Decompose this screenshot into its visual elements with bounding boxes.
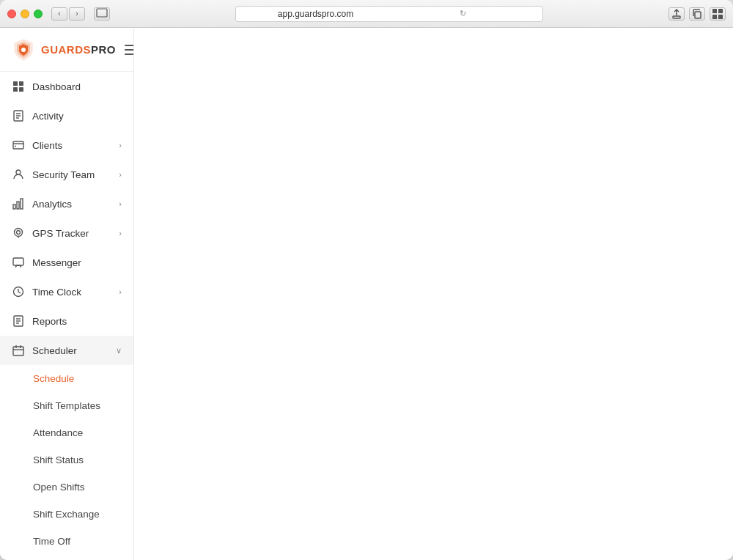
browser-window: ‹ › app.guardspro.com ↻ xyxy=(0,0,733,560)
sidebar-item-scheduler[interactable]: Scheduler ∨ xyxy=(0,336,133,365)
sidebar: GUARDSPRO Dashboar xyxy=(0,28,134,560)
svg-point-17 xyxy=(15,146,16,147)
logo-text: GUARDSPRO xyxy=(41,43,116,56)
maximize-button[interactable] xyxy=(34,10,43,18)
time-clock-chevron-icon: › xyxy=(119,287,122,296)
sidebar-header: GUARDSPRO xyxy=(0,28,133,72)
schedule-label: Schedule xyxy=(33,373,74,384)
title-bar: ‹ › app.guardspro.com ↻ xyxy=(0,0,733,28)
open-shifts-label: Open Shifts xyxy=(33,482,85,493)
scheduler-icon xyxy=(12,344,25,357)
new-tab-button[interactable] xyxy=(94,7,110,21)
sidebar-item-attendance[interactable]: Attendance xyxy=(0,419,133,446)
attendance-label: Attendance xyxy=(33,427,83,438)
scheduler-label: Scheduler xyxy=(32,345,108,356)
sidebar-item-dashboard-label: Dashboard xyxy=(32,81,122,92)
security-team-icon xyxy=(12,168,25,181)
time-off-label: Time Off xyxy=(33,536,70,547)
sidebar-item-payroll[interactable]: Payroll › xyxy=(0,555,133,560)
app-container: GUARDSPRO Dashboar xyxy=(0,28,733,560)
sidebar-item-activity-label: Activity xyxy=(32,111,122,122)
svg-point-18 xyxy=(16,170,21,174)
sidebar-item-shift-templates[interactable]: Shift Templates xyxy=(0,392,133,419)
security-team-chevron-icon: › xyxy=(119,170,122,179)
svg-rect-20 xyxy=(17,202,19,209)
close-button[interactable] xyxy=(7,10,16,18)
shift-status-label: Shift Status xyxy=(33,454,84,465)
sidebar-item-schedule[interactable]: Schedule xyxy=(0,365,133,392)
sidebar-item-open-shifts[interactable]: Open Shifts xyxy=(0,474,133,501)
sidebar-item-shift-status[interactable]: Shift Status xyxy=(0,446,133,474)
sidebar-item-clients[interactable]: Clients › xyxy=(0,130,133,160)
svg-point-22 xyxy=(17,231,21,235)
svg-rect-7 xyxy=(13,81,18,86)
analytics-icon xyxy=(12,197,25,210)
svg-point-6 xyxy=(21,48,26,52)
svg-rect-1 xyxy=(695,12,701,18)
reports-icon xyxy=(12,314,25,328)
nav-buttons: ‹ › xyxy=(51,7,85,21)
url-text: app.guardspro.com xyxy=(242,9,389,19)
gps-chevron-icon: › xyxy=(119,229,122,237)
sidebar-item-security-team-label: Security Team xyxy=(32,169,111,180)
svg-rect-24 xyxy=(13,258,23,265)
sidebar-item-dashboard[interactable]: Dashboard xyxy=(0,72,133,101)
shift-exchange-label: Shift Exchange xyxy=(33,509,100,520)
sidebar-item-shift-exchange[interactable]: Shift Exchange xyxy=(0,501,133,528)
svg-rect-15 xyxy=(13,141,23,149)
clock-icon xyxy=(12,285,25,298)
svg-rect-0 xyxy=(97,9,107,17)
scheduler-section: Scheduler ∨ Schedule Shift Templates Att… xyxy=(0,336,133,555)
back-button[interactable]: ‹ xyxy=(51,7,67,21)
sidebar-item-analytics-label: Analytics xyxy=(32,199,111,210)
gps-icon xyxy=(12,226,25,240)
sidebar-item-gps-tracker[interactable]: GPS Tracker › xyxy=(0,218,133,248)
sidebar-item-messenger[interactable]: Messenger xyxy=(0,248,133,277)
sidebar-item-time-off[interactable]: Time Off xyxy=(0,528,133,555)
sidebar-item-messenger-label: Messenger xyxy=(32,257,122,268)
svg-rect-3 xyxy=(718,9,723,13)
sidebar-item-gps-tracker-label: GPS Tracker xyxy=(32,228,111,239)
grid-icon xyxy=(12,80,25,93)
main-content xyxy=(134,28,733,560)
sidebar-item-time-clock[interactable]: Time Clock › xyxy=(0,277,133,306)
sidebar-item-reports-label: Reports xyxy=(32,316,122,327)
svg-rect-2 xyxy=(712,9,717,13)
messenger-icon xyxy=(12,256,25,269)
address-bar[interactable]: app.guardspro.com ↻ xyxy=(235,6,543,22)
sidebar-item-clients-label: Clients xyxy=(32,140,111,151)
svg-rect-19 xyxy=(13,205,15,209)
sidebar-item-reports[interactable]: Reports xyxy=(0,306,133,336)
activity-icon xyxy=(12,109,25,122)
clients-chevron-icon: › xyxy=(119,141,122,150)
address-bar-container: app.guardspro.com ↻ xyxy=(116,6,663,22)
sidebar-item-analytics[interactable]: Analytics › xyxy=(0,189,133,218)
forward-button[interactable]: › xyxy=(69,7,85,21)
scheduler-chevron-icon: ∨ xyxy=(116,346,122,355)
shift-templates-label: Shift Templates xyxy=(33,400,100,411)
svg-rect-9 xyxy=(13,87,18,92)
svg-rect-5 xyxy=(718,15,723,19)
logo-icon xyxy=(12,38,35,62)
svg-rect-10 xyxy=(19,87,23,92)
svg-rect-21 xyxy=(21,199,23,209)
sidebar-item-security-team[interactable]: Security Team › xyxy=(0,160,133,189)
hamburger-button[interactable] xyxy=(122,42,134,58)
traffic-lights xyxy=(7,10,43,18)
svg-rect-30 xyxy=(13,347,23,355)
svg-rect-4 xyxy=(712,15,717,19)
toolbar-right xyxy=(668,7,726,21)
minimize-button[interactable] xyxy=(21,10,29,18)
clients-icon xyxy=(12,139,25,152)
svg-rect-8 xyxy=(19,81,23,86)
sidebar-item-time-clock-label: Time Clock xyxy=(32,287,111,298)
share-button[interactable] xyxy=(668,7,685,21)
analytics-chevron-icon: › xyxy=(119,199,122,208)
extensions-button[interactable] xyxy=(710,7,726,21)
refresh-icon[interactable]: ↻ xyxy=(389,9,537,18)
copy-button[interactable] xyxy=(689,7,705,21)
sidebar-item-activity[interactable]: Activity xyxy=(0,101,133,130)
